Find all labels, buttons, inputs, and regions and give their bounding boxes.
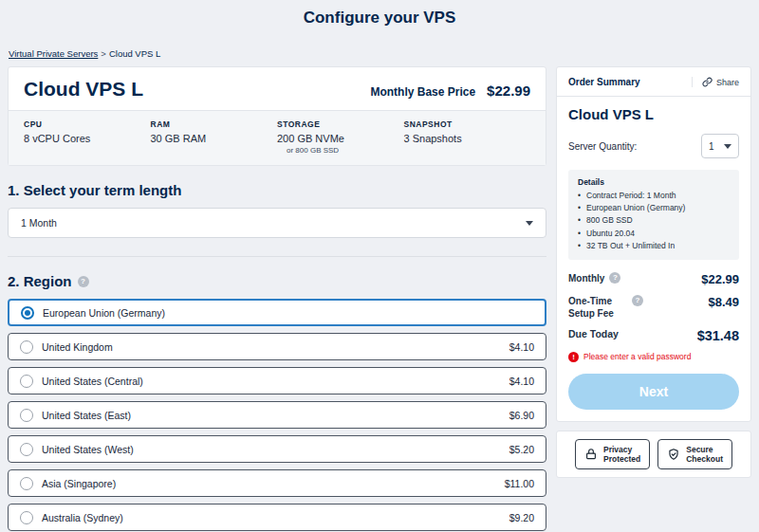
region-help-icon[interactable]: ?	[78, 276, 89, 287]
region-option-price: $9.20	[509, 512, 534, 523]
configurator-column: Cloud VPS L Monthly Base Price $22.99 CP…	[8, 66, 546, 532]
radio-icon[interactable]	[20, 443, 33, 456]
error-text: Please enter a valid password	[583, 352, 691, 361]
trust-badges-card: Privacy Protected Secure Checkout	[556, 431, 751, 478]
spec-cpu: CPU 8 vCPU Cores	[24, 119, 151, 155]
details-box: Details Contract Period: 1 Month Europea…	[568, 170, 739, 260]
details-item: 800 GB SSD	[578, 214, 730, 227]
region-option-label: Asia (Singapore)	[42, 478, 505, 489]
region-option-price: $4.10	[509, 341, 534, 353]
spec-storage-label: STORAGE	[277, 119, 404, 129]
order-summary-header: Order Summary Share	[568, 77, 739, 87]
product-name: Cloud VPS L	[24, 78, 143, 101]
region-option-australia-sydney[interactable]: Australia (Sydney) $9.20	[8, 504, 546, 531]
password-error-message: ! Please enter a valid password	[568, 352, 739, 362]
region-option-label: United States (West)	[42, 444, 509, 455]
server-quantity-row: Server Quantity: 1	[568, 134, 739, 158]
link-icon	[702, 77, 713, 87]
region-option-eu-germany[interactable]: European Union (Germany)	[8, 299, 546, 326]
spec-row: CPU 8 vCPU Cores RAM 30 GB RAM STORAGE 2…	[9, 110, 546, 165]
term-section-heading: 1. Select your term length	[8, 182, 546, 198]
region-option-asia-singapore[interactable]: Asia (Singapore) $11.00	[8, 469, 546, 497]
setup-fee-row: One-Time Setup Fee ? $8.49	[568, 295, 739, 320]
order-summary-title: Order Summary	[568, 77, 640, 87]
details-heading: Details	[578, 177, 730, 187]
order-summary-column: Order Summary Share Cloud VPS L Server Q…	[556, 66, 751, 478]
secure-checkout-badge: Secure Checkout	[657, 439, 732, 469]
radio-icon[interactable]	[20, 511, 33, 524]
base-price-label: Monthly Base Price	[370, 85, 475, 99]
next-button[interactable]: Next	[568, 374, 739, 410]
error-icon: !	[568, 352, 579, 362]
spec-cpu-label: CPU	[24, 119, 151, 129]
region-option-us-central[interactable]: United States (Central) $4.10	[8, 367, 546, 394]
due-today-label: Due Today	[568, 328, 619, 341]
breadcrumb-link-vps[interactable]: Virtual Private Servers	[9, 48, 98, 59]
breadcrumb-separator: >	[101, 48, 106, 59]
spec-snapshot-value: 3 Snapshots	[404, 133, 531, 144]
region-options-list: European Union (Germany) United Kingdom …	[8, 299, 546, 531]
chevron-down-icon	[526, 221, 533, 226]
region-option-label: United Kingdom	[42, 341, 509, 353]
region-option-us-west[interactable]: United States (West) $5.20	[8, 435, 546, 463]
due-today-row: Due Today $31.48	[568, 328, 739, 343]
server-quantity-select[interactable]: 1	[701, 134, 739, 158]
spec-snapshot-label: SNAPSHOT	[404, 119, 531, 129]
secure-badge-line2: Checkout	[686, 454, 723, 464]
setup-fee-value: $8.49	[708, 295, 739, 309]
radio-icon[interactable]	[20, 340, 33, 354]
spec-ram: RAM 30 GB RAM	[151, 119, 278, 155]
spec-snapshot: SNAPSHOT 3 Snapshots	[404, 119, 531, 155]
setup-fee-help-icon[interactable]: ?	[632, 295, 643, 306]
details-item: Contract Period: 1 Month	[578, 190, 730, 202]
product-card: Cloud VPS L Monthly Base Price $22.99 CP…	[8, 66, 546, 166]
spec-cpu-value: 8 vCPU Cores	[24, 133, 151, 144]
page-title: Configure your VPS	[0, 0, 759, 28]
region-option-price: $11.00	[505, 478, 534, 489]
section-divider	[8, 256, 546, 257]
region-section-heading: 2. Region ?	[8, 273, 546, 289]
details-item: Ubuntu 20.04	[578, 228, 730, 240]
shield-check-icon	[667, 448, 680, 461]
spec-ram-label: RAM	[151, 119, 278, 129]
spec-storage-value: 200 GB NVMe	[277, 133, 404, 144]
radio-icon[interactable]	[20, 375, 33, 388]
term-select[interactable]: 1 Month	[8, 208, 546, 238]
breadcrumb: Virtual Private Servers>Cloud VPS L	[9, 48, 759, 59]
due-today-value: $31.48	[697, 328, 739, 343]
summary-product-name: Cloud VPS L	[568, 106, 739, 122]
details-list: Contract Period: 1 Month European Union …	[578, 190, 730, 252]
radio-selected-icon[interactable]	[21, 306, 34, 320]
product-header: Cloud VPS L Monthly Base Price $22.99	[9, 67, 546, 110]
setup-fee-label: One-Time Setup Fee	[568, 295, 627, 320]
term-select-value: 1 Month	[21, 217, 57, 229]
lock-icon	[584, 448, 598, 461]
secure-badge-line1: Secure	[686, 445, 713, 454]
region-option-label: United States (East)	[42, 410, 509, 421]
details-item: European Union (Germany)	[578, 202, 730, 214]
main-layout: Cloud VPS L Monthly Base Price $22.99 CP…	[8, 66, 751, 532]
region-option-label: United States (Central)	[42, 376, 509, 387]
spec-storage-note: or 800 GB SSD	[277, 146, 404, 155]
monthly-help-icon[interactable]: ?	[609, 272, 620, 284]
chevron-down-icon	[724, 144, 731, 149]
share-button[interactable]: Share	[692, 77, 739, 87]
spec-ram-value: 30 GB RAM	[151, 133, 278, 144]
radio-icon[interactable]	[20, 409, 33, 422]
pricing-section: Monthly ? $22.99 One-Time Setup Fee ? $8…	[568, 272, 739, 343]
region-option-us-east[interactable]: United States (East) $6.90	[8, 401, 546, 429]
order-summary-card: Order Summary Share Cloud VPS L Server Q…	[556, 66, 751, 422]
radio-icon[interactable]	[20, 477, 33, 490]
share-label: Share	[716, 78, 739, 87]
region-option-united-kingdom[interactable]: United Kingdom $4.10	[8, 333, 546, 360]
region-option-price: $5.20	[509, 444, 534, 455]
monthly-price-label: Monthly	[568, 272, 604, 284]
privacy-badge-line1: Privacy	[603, 445, 632, 454]
region-option-price: $4.10	[509, 376, 534, 387]
details-item: 32 TB Out + Unlimited In	[578, 240, 730, 252]
monthly-price-value: $22.99	[701, 272, 739, 286]
spec-storage: STORAGE 200 GB NVMe or 800 GB SSD	[277, 119, 404, 155]
base-price-value: $22.99	[487, 83, 530, 99]
summary-divider	[557, 96, 750, 97]
region-option-label: European Union (Germany)	[43, 307, 533, 319]
